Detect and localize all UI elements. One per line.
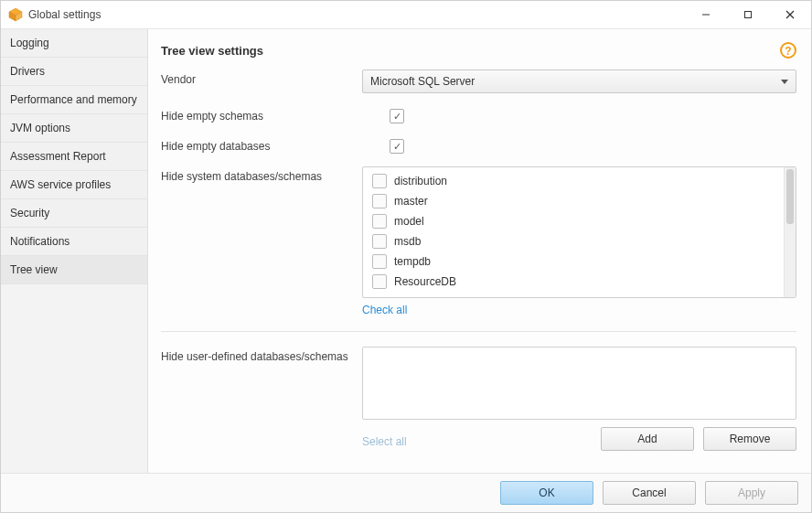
listbox-scrollbar[interactable] (784, 167, 796, 297)
list-item[interactable]: tempdb (367, 251, 792, 272)
hide-empty-databases-label: Hide empty databases (161, 136, 353, 153)
button-label: OK (539, 486, 554, 499)
sidebar-item-label: AWS service profiles (10, 178, 111, 191)
select-all-link[interactable]: Select all (362, 435, 407, 448)
button-label: Remove (730, 433, 771, 445)
item-checkbox[interactable] (372, 274, 387, 289)
sidebar-item-label: Tree view (10, 263, 58, 276)
window-title: Global settings (28, 8, 101, 21)
sidebar-item-label: JVM options (10, 122, 70, 134)
sidebar-item-drivers[interactable]: Drivers (1, 58, 147, 86)
sidebar-item-label: Assessment Report (10, 150, 106, 163)
button-label: Cancel (632, 486, 666, 499)
page-header: Tree view settings ? (161, 42, 796, 59)
sidebar-item-logging[interactable]: Logging (1, 29, 147, 58)
sidebar-item-label: Performance and memory (10, 93, 137, 106)
item-label: model (394, 215, 424, 228)
system-db-listbox[interactable]: distribution master model (362, 166, 796, 298)
global-settings-window: Global settings Logging Drivers Performa… (0, 0, 812, 513)
page-title: Tree view settings (161, 44, 263, 58)
item-checkbox[interactable] (372, 234, 387, 249)
maximize-button[interactable] (727, 1, 769, 28)
chevron-down-icon (781, 80, 788, 84)
item-label: distribution (394, 175, 447, 187)
item-checkbox[interactable] (372, 214, 387, 229)
vendor-select[interactable]: Microsoft SQL Server (362, 69, 796, 93)
sidebar-item-performance[interactable]: Performance and memory (1, 86, 147, 114)
sidebar-item-notifications[interactable]: Notifications (1, 228, 147, 256)
button-label: Add (637, 433, 657, 445)
list-item[interactable]: model (367, 211, 792, 231)
scrollbar-thumb[interactable] (786, 169, 794, 224)
hide-user-defined-field: Select all Add Remove (362, 347, 796, 451)
settings-main: Tree view settings ? Vendor Microsoft SQ… (148, 29, 811, 473)
minimize-button[interactable] (685, 1, 727, 28)
list-item[interactable]: master (367, 191, 792, 211)
close-button[interactable] (769, 1, 811, 28)
hide-user-defined-label: Hide user-defined databases/schemas (161, 347, 353, 363)
hide-empty-schemas-checkbox[interactable] (390, 109, 404, 123)
cancel-button[interactable]: Cancel (603, 481, 696, 505)
item-label: tempdb (394, 255, 431, 268)
item-label: master (394, 195, 428, 208)
sidebar-item-security[interactable]: Security (1, 199, 147, 228)
list-item[interactable]: distribution (367, 171, 792, 191)
sidebar-item-aws-profiles[interactable]: AWS service profiles (1, 171, 147, 199)
vendor-value: Microsoft SQL Server (370, 75, 475, 88)
item-checkbox[interactable] (372, 194, 387, 208)
remove-button[interactable]: Remove (703, 427, 796, 451)
apply-button[interactable]: Apply (705, 481, 798, 505)
hide-system-field: distribution master model (362, 166, 796, 316)
list-item[interactable]: msdb (367, 231, 792, 251)
vendor-label: Vendor (161, 69, 353, 86)
sidebar-item-label: Drivers (10, 65, 45, 78)
list-item[interactable]: ResourceDB (367, 272, 792, 292)
hide-system-label: Hide system databases/schemas (161, 166, 353, 183)
system-db-items: distribution master model (363, 167, 796, 295)
item-checkbox[interactable] (372, 254, 387, 269)
section-divider (161, 331, 796, 332)
hide-empty-schemas-label: Hide empty schemas (161, 106, 353, 123)
hide-empty-databases-field (362, 136, 796, 154)
sidebar-item-label: Security (10, 207, 49, 219)
user-defined-listbox[interactable] (362, 347, 796, 420)
settings-sidebar: Logging Drivers Performance and memory J… (1, 29, 148, 473)
check-all-link[interactable]: Check all (362, 304, 796, 316)
sidebar-item-label: Logging (10, 37, 49, 49)
item-label: msdb (394, 235, 421, 248)
add-button[interactable]: Add (601, 427, 694, 451)
dialog-footer: OK Cancel Apply (1, 473, 811, 512)
settings-form: Vendor Microsoft SQL Server Hide empty s… (161, 69, 796, 451)
ok-button[interactable]: OK (500, 481, 593, 505)
hide-empty-databases-checkbox[interactable] (390, 139, 404, 154)
item-checkbox[interactable] (372, 174, 387, 188)
sidebar-item-tree-view[interactable]: Tree view (1, 256, 147, 284)
dialog-body: Logging Drivers Performance and memory J… (1, 29, 811, 473)
user-defined-actions: Select all Add Remove (362, 427, 796, 451)
svg-rect-4 (745, 12, 752, 18)
sidebar-item-label: Notifications (10, 235, 69, 248)
app-icon (8, 7, 23, 22)
sidebar-item-jvm-options[interactable]: JVM options (1, 114, 147, 143)
help-icon[interactable]: ? (780, 42, 796, 59)
sidebar-item-assessment-report[interactable]: Assessment Report (1, 143, 147, 171)
titlebar: Global settings (1, 1, 811, 29)
item-label: ResourceDB (394, 275, 456, 288)
window-controls (685, 1, 811, 28)
hide-empty-schemas-field (362, 106, 796, 123)
button-label: Apply (738, 486, 765, 499)
